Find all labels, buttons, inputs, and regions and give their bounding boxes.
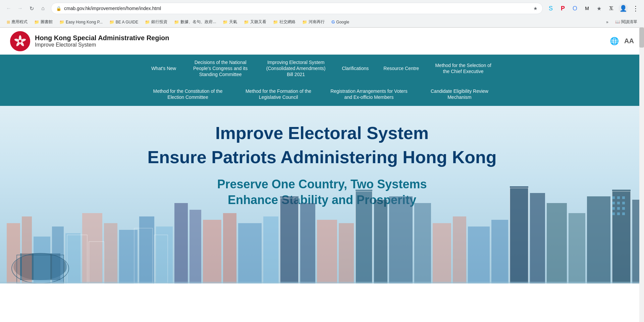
bookmark-banking[interactable]: 📁 銀行投資 (142, 18, 170, 25)
nav-election-committee[interactable]: Method for the Constitution of the Elect… (141, 83, 235, 106)
bookmark-guide[interactable]: 📁 BE A GUIDE (107, 19, 141, 25)
bookmark-star-icon[interactable]: ★ (533, 6, 538, 11)
reading-list[interactable]: 📖 閱讀清單 (612, 18, 640, 25)
bookmark-label: 數據、名句、政府... (180, 19, 216, 25)
bookmark-label: 又聽又看 (250, 19, 266, 25)
nav-ce-selection[interactable]: Method for the Selection of the Chief Ex… (426, 55, 500, 83)
svg-rect-63 (612, 212, 615, 215)
svg-rect-64 (617, 212, 620, 215)
svg-rect-26 (300, 203, 315, 283)
svg-rect-15 (104, 223, 117, 283)
bookmark-google[interactable]: G Google (329, 19, 352, 25)
bookmark-label: 圖書館 (41, 19, 53, 25)
hero-section: Improve Electoral System Ensure Patriots… (0, 106, 644, 283)
svg-rect-13 (65, 233, 80, 283)
lock-icon: 🔒 (56, 6, 61, 11)
folder-icon: 📁 (59, 20, 64, 24)
user-avatar[interactable]: 👤 (619, 4, 628, 13)
bauhinia-logo (13, 34, 28, 49)
svg-rect-54 (612, 196, 615, 199)
folder-icon: 📁 (223, 20, 228, 24)
skyline-illustration (0, 170, 644, 283)
scroll-thumb[interactable] (639, 27, 644, 48)
nav-clarifications[interactable]: Clarifications (334, 55, 376, 83)
bookmark-easy-hk[interactable]: 📁 Easy Hong Kong P... (57, 19, 105, 25)
svg-rect-31 (389, 196, 413, 283)
bookmark-social[interactable]: 📁 社交網絡 (270, 18, 298, 25)
svg-rect-57 (612, 202, 615, 204)
font-size-icon[interactable]: AA (624, 37, 634, 45)
bookmark-weather[interactable]: 📁 天氣 (220, 18, 240, 25)
svg-rect-28 (339, 223, 354, 283)
svg-rect-58 (617, 202, 620, 204)
hero-title-line1: Improve Electoral System (215, 123, 429, 143)
svg-rect-10 (22, 216, 32, 283)
svg-rect-61 (617, 207, 620, 210)
google-icon: G (331, 19, 335, 24)
nav-resource-centre[interactable]: Resource Centre (376, 55, 426, 83)
svg-rect-37 (510, 186, 528, 283)
nav-whats-new[interactable]: What's New (144, 55, 183, 83)
folder-icon: 📁 (273, 20, 278, 24)
browser-chrome: ← → ↻ ⌂ 🔒 cmab.gov.hk/improvement/en/hom… (0, 0, 644, 28)
svg-rect-35 (468, 227, 490, 283)
bookmark-more[interactable]: » (603, 19, 611, 25)
nav-row-1: What's New Decisions of the National Peo… (7, 55, 637, 83)
browser-toolbar: ← → ↻ ⌂ 🔒 cmab.gov.hk/improvement/en/hom… (0, 0, 644, 17)
bookmark-label: 天氣 (229, 19, 237, 25)
bookmark-henan[interactable]: 📁 河南再行 (300, 18, 327, 25)
bookmarks-bar: ⊞ 應用程式 📁 圖書館 📁 Easy Hong Kong P... 📁 BE … (0, 17, 644, 27)
site-header: Hong Kong Special Administrative Region … (0, 28, 644, 55)
nav-registration[interactable]: Registration Arrangements for Voters and… (322, 83, 416, 106)
pinterest-icon[interactable]: P (558, 4, 568, 13)
bookmark-library[interactable]: 📁 圖書館 (32, 18, 55, 25)
nav-bill-2021[interactable]: Improving Electoral System (Consolidated… (257, 55, 334, 83)
svg-rect-65 (622, 212, 625, 215)
svg-rect-11 (34, 237, 50, 283)
skyline-svg (0, 170, 644, 283)
bookmark-data[interactable]: 📁 數據、名句、政府... (171, 18, 219, 25)
site-logo: Hong Kong Special Administrative Region … (10, 31, 169, 51)
svg-rect-39 (547, 203, 567, 283)
svg-rect-66 (0, 282, 644, 283)
reload-button[interactable]: ↻ (27, 4, 36, 13)
site-name: Improve Electoral System (35, 42, 169, 48)
svg-rect-9 (7, 223, 20, 283)
skype-icon[interactable]: S (546, 4, 555, 13)
back-button[interactable]: ← (4, 4, 13, 13)
bookmark-label: BE A GUIDE (116, 20, 138, 24)
svg-rect-22 (223, 213, 236, 283)
site-title-block: Hong Kong Special Administrative Region … (35, 34, 169, 48)
svg-rect-17 (139, 216, 154, 283)
nav-legco-formation[interactable]: Method for the Formation of the Legislat… (235, 83, 322, 106)
address-bar[interactable]: 🔒 cmab.gov.hk/improvement/en/home/index.… (51, 3, 543, 14)
bookmark-apps[interactable]: ⊞ 應用程式 (4, 18, 30, 25)
svg-rect-29 (356, 190, 372, 283)
bookmark-label: 銀行投資 (151, 19, 167, 25)
svg-rect-23 (238, 223, 262, 283)
nav-npc-decisions[interactable]: Decisions of the National People's Congr… (183, 55, 257, 83)
nav-candidate-review[interactable]: Candidate Eligibility Review Mechanism (416, 83, 503, 106)
home-button[interactable]: ⌂ (38, 4, 48, 13)
svg-rect-30 (374, 200, 387, 283)
extension-icon-star[interactable]: ★ (594, 4, 604, 13)
scrollbar[interactable] (639, 27, 644, 283)
extension-icon-cjk[interactable]: 互 (606, 4, 616, 13)
svg-rect-27 (317, 220, 337, 283)
forward-button[interactable]: → (15, 4, 25, 13)
extension-icon-blue[interactable]: O (570, 4, 580, 13)
svg-rect-33 (433, 223, 451, 283)
folder-icon: 📁 (109, 20, 114, 24)
gmail-icon[interactable]: M (582, 4, 592, 13)
svg-rect-40 (569, 213, 585, 283)
org-name: Hong Kong Special Administrative Region (35, 34, 169, 42)
more-menu-button[interactable]: ⋮ (631, 4, 640, 13)
svg-rect-62 (622, 207, 625, 210)
globe-icon[interactable]: 🌐 (610, 37, 619, 46)
svg-rect-36 (491, 220, 508, 283)
svg-rect-34 (453, 216, 466, 283)
svg-rect-20 (190, 210, 201, 283)
bookmark-watch[interactable]: 📁 又聽又看 (241, 18, 269, 25)
svg-rect-21 (203, 220, 221, 283)
site-nav: What's New Decisions of the National Peo… (0, 55, 644, 106)
